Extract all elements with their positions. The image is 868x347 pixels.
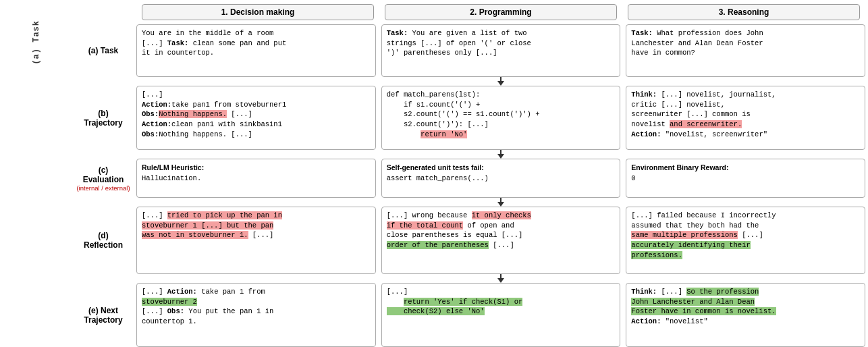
vertical-label: (a) Task xyxy=(0,0,73,347)
evaluation-label: (c)Evaluation (internal / external) xyxy=(73,159,134,198)
eval-col3-cell: Environment Binary Reward: 0 xyxy=(626,159,865,198)
trajectory-label: (b)Trajectory xyxy=(73,86,134,150)
arrow3 xyxy=(73,198,868,207)
next-col1-cell: [...] Action: take pan 1 from stoveburne… xyxy=(136,283,376,347)
next-col2-cell: [...] return 'Yes' if check(S1) or check… xyxy=(381,283,621,347)
task-col1-cell: You are in the middle of a room [...] Ta… xyxy=(136,24,376,77)
task-row: (a) Task You are in the middle of a room… xyxy=(73,24,868,77)
trajectory-row: (b)Trajectory [...] Action:take pan1 fro… xyxy=(73,86,868,150)
traj-col1-wrap: [...] Action:take pan1 from stoveburner1… xyxy=(136,86,376,150)
task-col2-cell: Task: You are given a list of two string… xyxy=(381,24,621,77)
traj-data-cols: [...] Action:take pan1 from stoveburner1… xyxy=(134,86,868,150)
eval-col2-wrap: Self-generated unit tests fail: assert m… xyxy=(381,159,621,198)
task-col1-wrap: You are in the middle of a room [...] Ta… xyxy=(136,24,376,77)
task-col2-wrap: Task: You are given a list of two string… xyxy=(381,24,621,77)
rows-container: (a) Task You are in the middle of a room… xyxy=(73,24,868,347)
col3-header: 3. Reasoning xyxy=(628,4,860,20)
refl-col3-wrap: [...] failed because I incorrectly assum… xyxy=(626,207,865,274)
eval-data-cols: Rule/LM Heuristic: Hallucination. Self-g… xyxy=(134,159,868,198)
next-trajectory-row: (e) NextTrajectory [...] Action: take pa… xyxy=(73,283,868,347)
refl-col2-wrap: [...] wrong because it only checks if th… xyxy=(381,207,621,274)
traj-col2-wrap: def match_parens(lst): if s1.count('(') … xyxy=(381,86,621,150)
col1-header: 1. Decision making xyxy=(142,4,374,20)
main-content: 1. Decision making 2. Programming 3. Rea… xyxy=(73,0,868,347)
next-col3-wrap: Think: [...] So the profession John Lanc… xyxy=(626,283,865,347)
arrow4 xyxy=(73,274,868,283)
reflection-row: (d)Reflection [...] tried to pick up the… xyxy=(73,207,868,274)
next-label: (e) NextTrajectory xyxy=(73,283,134,347)
traj-col2-cell: def match_parens(lst): if s1.count('(') … xyxy=(381,86,621,150)
arrow2 xyxy=(73,150,868,159)
task-data-cols: You are in the middle of a room [...] Ta… xyxy=(134,24,868,77)
arrow1 xyxy=(73,77,868,86)
header-row: 1. Decision making 2. Programming 3. Rea… xyxy=(73,0,868,24)
reflection-label: (d)Reflection xyxy=(73,207,134,274)
eval-col1-wrap: Rule/LM Heuristic: Hallucination. xyxy=(136,159,376,198)
task-label: (a) Task xyxy=(73,24,134,77)
next-col1-wrap: [...] Action: take pan 1 from stoveburne… xyxy=(136,283,376,347)
refl-col2-cell: [...] wrong because it only checks if th… xyxy=(381,207,621,274)
refl-col3-cell: [...] failed because I incorrectly assum… xyxy=(626,207,865,274)
next-col3-cell: Think: [...] So the profession John Lanc… xyxy=(626,283,865,347)
evaluation-row: (c)Evaluation (internal / external) Rule… xyxy=(73,159,868,198)
eval-col1-cell: Rule/LM Heuristic: Hallucination. xyxy=(136,159,376,198)
refl-col1-cell: [...] tried to pick up the pan in stoveb… xyxy=(136,207,376,274)
traj-col1-cell: [...] Action:take pan1 from stoveburner1… xyxy=(136,86,376,150)
traj-col3-wrap: Think: [...] novelist, journalist, criti… xyxy=(626,86,865,150)
refl-col1-wrap: [...] tried to pick up the pan in stoveb… xyxy=(136,207,376,274)
task-col3-wrap: Task: What profession does John Lanchest… xyxy=(626,24,865,77)
next-data-cols: [...] Action: take pan 1 from stoveburne… xyxy=(134,283,868,347)
refl-data-cols: [...] tried to pick up the pan in stoveb… xyxy=(134,207,868,274)
eval-col3-wrap: Environment Binary Reward: 0 xyxy=(626,159,865,198)
task-col3-cell: Task: What profession does John Lanchest… xyxy=(626,24,865,77)
next-col2-wrap: [...] return 'Yes' if check(S1) or check… xyxy=(381,283,621,347)
col2-header: 2. Programming xyxy=(385,4,617,20)
vertical-label-text: (a) Task xyxy=(32,20,41,65)
traj-col3-cell: Think: [...] novelist, journalist, criti… xyxy=(626,86,865,150)
eval-col2-cell: Self-generated unit tests fail: assert m… xyxy=(381,159,621,198)
task-label-bold: Task: xyxy=(167,39,189,47)
page-container: (a) Task 1. Decision making 2. Programmi… xyxy=(0,0,868,347)
